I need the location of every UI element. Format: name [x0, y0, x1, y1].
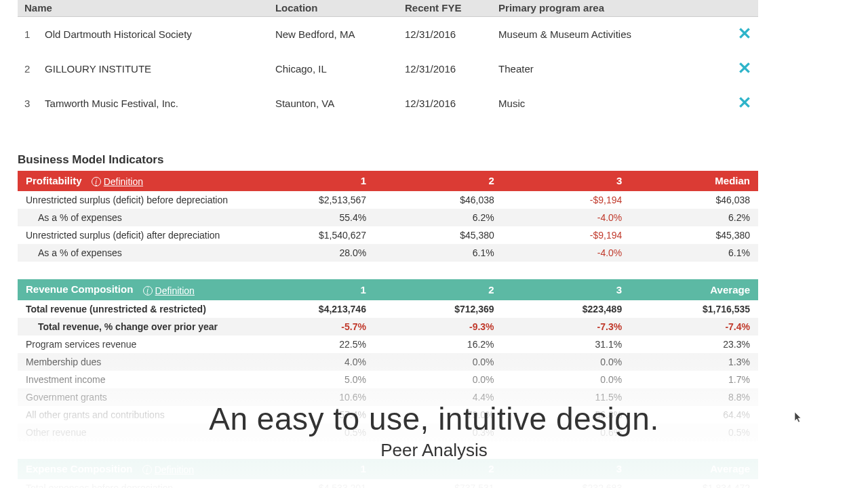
row-index: 2	[18, 52, 38, 86]
org-location: Chicago, IL	[269, 52, 398, 86]
row-index: 1	[18, 16, 38, 52]
definition-link[interactable]: iDefinition	[92, 176, 143, 187]
row-value: 57.4%	[246, 406, 374, 424]
remove-button[interactable]	[738, 26, 751, 40]
table-row: 3Tamworth Music Festival, Inc.Staunton, …	[18, 86, 758, 121]
row-label: Investment income	[18, 371, 246, 388]
definition-link[interactable]: iDefinition	[142, 464, 194, 475]
row-value: $4,533,201	[246, 479, 374, 488]
row-value: 23.3%	[630, 336, 758, 353]
row-value: $46,038	[374, 191, 502, 209]
row-value: $46,038	[630, 191, 758, 209]
row-value: 6.1%	[374, 244, 502, 262]
col-2: 2	[374, 171, 502, 192]
row-value: -9.3%	[374, 318, 502, 336]
col-2: 2	[374, 459, 502, 480]
org-name[interactable]: GILLOURY INSTITUTE	[38, 52, 269, 86]
revenue-table: Revenue Composition iDefinition 1 2 3 Av…	[18, 279, 758, 441]
org-program: Museum & Museum Activities	[492, 16, 708, 52]
row-value: 11.5%	[502, 388, 631, 406]
row-value: 1.3%	[630, 353, 758, 371]
row-value: 1.7%	[630, 371, 758, 388]
col-3: 3	[502, 171, 631, 192]
row-value: $712,369	[374, 300, 502, 318]
row-value: $4,213,746	[246, 300, 374, 318]
row-value: 10.6%	[246, 388, 374, 406]
row-value: -7.3%	[502, 318, 631, 336]
row-value: 0.0%	[374, 353, 502, 371]
col-1: 1	[246, 459, 374, 480]
col-median: Median	[630, 171, 758, 192]
row-value: $45,380	[374, 226, 502, 244]
info-icon: i	[142, 465, 152, 474]
table-row: Unrestricted surplus (deficit) after dep…	[18, 226, 758, 244]
row-value: 0.0%	[374, 371, 502, 388]
row-label: Government grants	[18, 388, 246, 406]
peer-table: Name Location Recent FYE Primary program…	[18, 0, 758, 121]
row-value: -7.4%	[630, 318, 758, 336]
org-name[interactable]: Old Dartmouth Historical Society	[38, 16, 269, 52]
cursor-icon	[793, 411, 803, 426]
col-2: 2	[374, 279, 502, 300]
row-value: 22.5%	[246, 336, 374, 353]
row-value: 0.3%	[374, 424, 502, 441]
row-value: 6.1%	[630, 244, 758, 262]
table-row: 2GILLOURY INSTITUTEChicago, IL12/31/2016…	[18, 52, 758, 86]
row-value: $737,531	[374, 479, 502, 488]
row-value: 28.0%	[246, 244, 374, 262]
col-program: Primary program area	[492, 0, 708, 16]
remove-button[interactable]	[738, 96, 751, 109]
col-3: 3	[502, 279, 631, 300]
row-label: Other revenue	[18, 424, 246, 441]
table-row: 1Old Dartmouth Historical SocietyNew Bed…	[18, 16, 758, 52]
row-value: 8.8%	[630, 388, 758, 406]
row-value: 56.8%	[502, 406, 631, 424]
col-1: 1	[246, 279, 374, 300]
profitability-label: Profitability	[26, 175, 82, 186]
revenue-label: Revenue Composition	[26, 283, 133, 295]
row-label: Unrestricted surplus (deficit) before de…	[18, 191, 246, 209]
row-value: -4.0%	[502, 244, 631, 262]
expense-header: Expense Composition iDefinition	[18, 459, 246, 480]
row-value: $45,380	[630, 226, 758, 244]
row-value: $1,834,472	[630, 479, 758, 488]
row-value: 0.0%	[502, 371, 631, 388]
org-name[interactable]: Tamworth Music Festival, Inc.	[38, 86, 269, 121]
row-label: Unrestricted surplus (deficit) after dep…	[18, 226, 246, 244]
row-value: 0.5%	[246, 424, 374, 441]
row-value: 6.2%	[630, 209, 758, 226]
table-row: As a % of expenses28.0%6.1%-4.0%6.1%	[18, 244, 758, 262]
remove-button[interactable]	[738, 61, 751, 75]
row-label: Membership dues	[18, 353, 246, 371]
table-row: Total expenses before depreciation$4,533…	[18, 479, 758, 488]
org-location: New Bedford, MA	[269, 16, 398, 52]
table-row: Membership dues4.0%0.0%0.0%1.3%	[18, 353, 758, 371]
row-value: 0.0%	[502, 353, 631, 371]
row-label: All other grants and contributions	[18, 406, 246, 424]
table-row: Program services revenue22.5%16.2%31.1%2…	[18, 336, 758, 353]
col-actions	[708, 0, 758, 16]
row-value: 0.6%	[502, 424, 631, 441]
row-index: 3	[18, 86, 38, 121]
definition-link[interactable]: iDefinition	[143, 285, 195, 296]
table-row: All other grants and contributions57.4%7…	[18, 406, 758, 424]
row-value: -4.0%	[502, 209, 631, 226]
row-value: -5.7%	[246, 318, 374, 336]
profitability-table: Profitability iDefinition 1 2 3 Median U…	[18, 171, 758, 262]
table-row: Investment income5.0%0.0%0.0%1.7%	[18, 371, 758, 388]
table-row: As a % of expenses55.4%6.2%-4.0%6.2%	[18, 209, 758, 226]
row-label: As a % of expenses	[18, 209, 246, 226]
col-name: Name	[18, 0, 269, 16]
table-row: Unrestricted surplus (deficit) before de…	[18, 191, 758, 209]
row-value: 55.4%	[246, 209, 374, 226]
table-row: Other revenue0.5%0.3%0.6%0.5%	[18, 424, 758, 441]
row-value: -$9,194	[502, 226, 631, 244]
col-average: Average	[630, 459, 758, 480]
info-icon: i	[92, 177, 101, 186]
row-value: 64.4%	[630, 406, 758, 424]
row-value: $2,513,567	[246, 191, 374, 209]
info-icon: i	[143, 286, 153, 296]
col-location: Location	[269, 0, 398, 16]
org-fye: 12/31/2016	[398, 86, 492, 121]
row-value: 16.2%	[374, 336, 502, 353]
